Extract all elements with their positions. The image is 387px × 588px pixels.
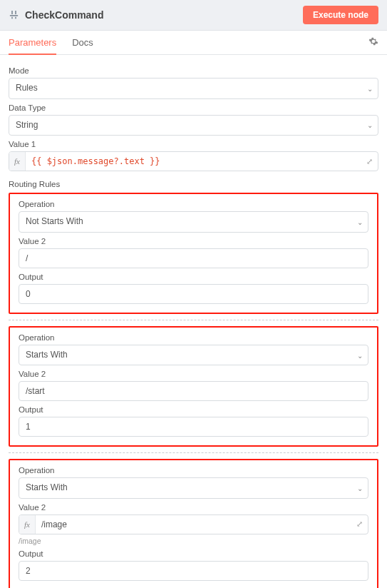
data-type-select[interactable]: String [9, 115, 378, 136]
rule-output-input[interactable] [19, 284, 368, 304]
rule-output-label: Output [19, 405, 368, 414]
fx-icon: fx [9, 152, 26, 171]
expand-icon[interactable]: ⤢ [361, 152, 378, 171]
rule-operation-select[interactable]: Not Starts With [19, 211, 368, 233]
switch-icon [9, 9, 19, 21]
gear-icon[interactable] [368, 36, 378, 49]
rule-output-input[interactable] [19, 417, 368, 437]
rule-output-label: Output [19, 273, 368, 281]
rule-value2-input[interactable] [19, 381, 368, 401]
value1-label: Value 1 [9, 140, 378, 148]
data-type-label: Data Type [9, 103, 378, 112]
node-title: CheckCommand [25, 9, 103, 21]
expand-icon[interactable]: ⤢ [351, 515, 368, 534]
fx-icon: fx [19, 515, 36, 534]
rule-value2-hint: /image [19, 537, 368, 545]
rule-operation-select[interactable]: Starts With [19, 345, 368, 366]
rule-operation-select[interactable]: Starts With [19, 477, 368, 499]
routing-rule: OperationStarts With⌄Value 2Output [9, 326, 378, 447]
tab-docs[interactable]: Docs [72, 31, 93, 54]
value1-field[interactable]: fx ⤢ [9, 151, 378, 171]
mode-select[interactable]: Rules [9, 78, 378, 99]
tab-parameters[interactable]: Parameters [9, 31, 56, 54]
tabs-row: Parameters Docs [0, 31, 387, 55]
rule-value2-label: Value 2 [19, 237, 368, 245]
rule-value2-label: Value 2 [19, 503, 368, 512]
mode-label: Mode [9, 66, 378, 75]
rule-value2-input[interactable] [36, 515, 351, 534]
rule-value2-input[interactable] [19, 248, 368, 268]
rule-operation-label: Operation [19, 333, 368, 342]
rule-operation-label: Operation [19, 200, 368, 208]
rule-output-label: Output [19, 549, 368, 558]
execute-button[interactable]: Execute node [303, 6, 378, 24]
value1-input[interactable] [26, 152, 361, 171]
rule-output-input[interactable] [19, 561, 368, 581]
routing-rules-label: Routing Rules [9, 180, 378, 188]
header: CheckCommand Execute node [0, 0, 387, 31]
rule-value2-label: Value 2 [19, 370, 368, 378]
routing-rule: OperationStarts With⌄Value 2fx⤢/imageOut… [9, 459, 378, 588]
rule-operation-label: Operation [19, 466, 368, 475]
routing-rule: OperationNot Starts With⌄Value 2Output [9, 193, 378, 314]
rule-value2-field[interactable]: fx⤢ [19, 514, 368, 534]
